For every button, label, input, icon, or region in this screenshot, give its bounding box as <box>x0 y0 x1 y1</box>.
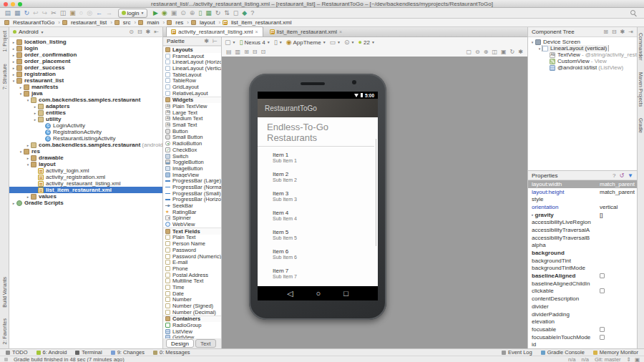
property-row[interactable]: background <box>528 249 637 257</box>
tool-window-button[interactable]: TODO <box>6 349 28 356</box>
copy-icon[interactable]: ◫ <box>60 10 67 16</box>
status-indicator[interactable]: n/a <box>581 356 588 362</box>
palette-item[interactable]: Date <box>163 290 221 297</box>
snap-icon[interactable]: ⊟ <box>253 49 258 55</box>
settings-icon[interactable]: ✱ <box>620 29 625 35</box>
tool-window-button[interactable]: Terminal <box>75 349 102 356</box>
design-canvas[interactable]: 5:00 RestaurantToGo Endless-To-Go Restau… <box>222 57 527 348</box>
palette-item[interactable]: Text Fields <box>163 228 221 235</box>
tool-window-button[interactable]: Gradle <box>638 118 643 133</box>
tool-window-button[interactable]: Commander <box>638 33 643 61</box>
property-checkbox[interactable] <box>600 288 605 293</box>
project-tree-row[interactable]: ▸ Gradle Scripts <box>9 200 162 206</box>
back-icon[interactable]: ← <box>96 10 102 16</box>
editor-tab[interactable]: list_item_restaurant.xml × <box>265 26 348 36</box>
lock-icon[interactable]: ▣ <box>635 356 640 362</box>
palette-item[interactable]: Medium Text <box>163 116 221 122</box>
run-icon[interactable]: ▶ <box>153 10 158 16</box>
tool-window-button[interactable]: 6: Android <box>36 349 67 356</box>
forward-icon[interactable]: → <box>106 10 112 16</box>
palette-item[interactable]: ProgressBar (Horizontal) <box>163 197 221 203</box>
preview-list-item[interactable]: Item 1 Sub Item 1 <box>273 152 378 163</box>
palette-item[interactable]: Containers <box>163 315 221 323</box>
margins-icon[interactable]: ⊡ <box>261 49 266 55</box>
project-tree-row[interactable]: ▸ order_placement <box>9 58 162 64</box>
project-tree-row[interactable]: activity_registration.xml <box>9 174 162 180</box>
paste-icon[interactable]: ▣ <box>69 10 76 16</box>
settings-icon[interactable]: ✱ <box>204 38 209 44</box>
property-row[interactable]: elevation <box>528 318 637 326</box>
property-row[interactable]: baselineAlignedChildIn <box>528 280 637 288</box>
open-icon[interactable]: ▤ <box>5 10 11 16</box>
orientation-chip[interactable]: ▯ ▼ <box>274 39 283 46</box>
expand-arrow-icon[interactable]: ▸ <box>32 117 38 122</box>
preview-list-item[interactable]: Item 5 Sub Item 5 <box>273 229 378 240</box>
palette-item[interactable]: ProgressBar (Large) <box>163 177 221 184</box>
project-tree-row[interactable]: RegistrationActivity <box>9 129 162 135</box>
palette-item[interactable]: Password (Numeric) <box>163 253 221 260</box>
expand-arrow-icon[interactable]: ▸ <box>18 85 24 89</box>
breadcrumb-item[interactable]: res <box>167 19 189 26</box>
project-tree-row[interactable]: ▸ drawable <box>9 155 162 161</box>
device-chip[interactable]: ▯ Nexus 4 ▼ <box>239 39 270 46</box>
property-row[interactable]: backgroundTintMode <box>528 265 637 273</box>
tool-window-button[interactable]: Build Variants <box>2 277 7 308</box>
project-view-selector[interactable]: Android <box>19 29 39 35</box>
project-tree-row[interactable]: ▸ order_confirmation <box>9 52 162 58</box>
avd-manager-icon[interactable]: ▯ <box>198 10 202 16</box>
undo-icon[interactable]: ↩ <box>33 10 39 16</box>
resize-corner-icon[interactable]: ⇕ <box>627 356 631 362</box>
home-nav-icon[interactable]: ○ <box>316 290 321 298</box>
editor-tab[interactable]: activity_restaurant_listing.xml × <box>166 26 263 36</box>
project-tree-row[interactable]: ▸ order_success <box>9 64 162 71</box>
project-tree-row[interactable]: ▾ com.backendless.samples.restaurant <box>9 97 162 103</box>
preview-list-header[interactable]: Endless-To-Go Restaurants <box>258 117 374 147</box>
project-tree-row[interactable]: ▸ entities <box>9 109 162 116</box>
project-tree-row[interactable]: RestaurantListingActivity <box>9 135 162 142</box>
component-tree-row[interactable]: TextView - @string/activity_resta...stin… <box>528 52 637 58</box>
expand-arrow-icon[interactable]: ▸ <box>11 66 16 70</box>
design-mode-icon[interactable]: ▤ <box>226 49 232 55</box>
property-row[interactable]: baselineAligned <box>528 272 637 280</box>
palette-item[interactable]: RadioButton <box>163 140 221 147</box>
layout-captures-icon[interactable]: ◻ <box>233 10 238 16</box>
palette-item[interactable]: Widgets <box>163 97 221 104</box>
expand-arrow-icon[interactable]: ▾ <box>25 162 31 167</box>
collapse-all-icon[interactable]: ⊟ <box>612 29 617 35</box>
zoom-in-icon[interactable]: ⊕ <box>484 49 489 55</box>
property-row[interactable]: divider <box>528 303 637 310</box>
preview-appbar[interactable]: RestaurantToGo <box>258 99 378 117</box>
tool-window-button[interactable]: 1: Project <box>2 31 7 52</box>
expand-arrow-icon[interactable]: ▾ <box>25 98 31 102</box>
cut-icon[interactable]: ✂ <box>51 10 57 16</box>
hide-panel-icon[interactable]: ⇥ <box>628 29 633 35</box>
palette-item[interactable]: RadioGroup <box>163 322 221 328</box>
project-tree-row[interactable]: ▾ restaurant_list <box>9 77 162 84</box>
palette-item[interactable]: E-mail <box>163 259 221 265</box>
settings-icon[interactable]: ✱ <box>146 29 151 35</box>
project-tree-row[interactable]: ▸ values <box>9 193 162 200</box>
property-row[interactable]: layout:height match_parent <box>528 188 637 196</box>
close-tab-icon[interactable]: × <box>339 29 342 34</box>
palette-item[interactable]: ImageButton <box>163 165 221 172</box>
palette-item[interactable]: SeekBar <box>163 202 221 209</box>
property-checkbox[interactable] <box>600 273 605 278</box>
status-indicator[interactable]: Git: master <box>595 356 621 362</box>
api-level-chip[interactable]: ● 22 ▼ <box>358 39 375 46</box>
expand-arrow-icon[interactable]: ▾ <box>537 47 542 51</box>
project-tree-row[interactable]: ▾ java <box>9 90 162 97</box>
property-row[interactable]: focusableInTouchMode <box>528 333 637 341</box>
palette-item[interactable]: FrameLayout <box>163 53 221 59</box>
palette-item[interactable]: ProgressBar (Small) <box>163 190 221 197</box>
property-row[interactable]: accessibilityLiveRegion <box>528 218 637 226</box>
property-value[interactable]: match_parent <box>600 189 635 195</box>
palette-item[interactable]: Large Text <box>163 109 221 116</box>
expand-arrow-icon[interactable]: ▸ <box>11 72 16 77</box>
palette-item[interactable]: GridLayout <box>163 84 221 90</box>
expand-arrow-icon[interactable]: ▾ <box>18 150 24 154</box>
tool-window-button[interactable]: Maven Projects <box>638 72 643 107</box>
palette-item[interactable]: Button <box>163 128 221 134</box>
project-tree-row[interactable]: ▸ location_listing <box>9 39 162 45</box>
profile-icon[interactable]: ⊙ <box>180 10 186 16</box>
palette-item[interactable]: ListView <box>163 328 221 335</box>
